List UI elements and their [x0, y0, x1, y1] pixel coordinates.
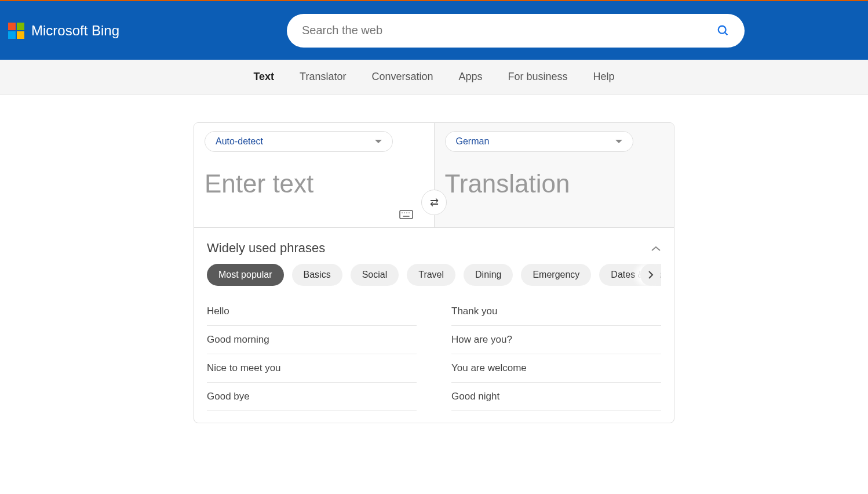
brand-text: Microsoft Bing: [31, 23, 119, 39]
category-emergency[interactable]: Emergency: [521, 264, 591, 286]
phrases-header[interactable]: Widely used phrases: [207, 236, 661, 264]
phrase-item[interactable]: Good night: [451, 383, 661, 411]
swap-icon: ⇄: [430, 196, 439, 209]
source-language-label: Auto-detect: [216, 136, 263, 147]
phrases-title: Widely used phrases: [207, 241, 325, 256]
tab-help[interactable]: Help: [593, 71, 615, 83]
tab-translator[interactable]: Translator: [300, 71, 346, 83]
target-panel: German Translation: [435, 123, 674, 227]
chevron-up-icon: [651, 242, 661, 255]
translator-container: Auto-detect Enter text German Translatio…: [194, 122, 674, 423]
target-text-output: Translation: [445, 152, 664, 198]
swap-languages-button[interactable]: ⇄: [421, 190, 447, 215]
source-text-input[interactable]: Enter text: [205, 152, 424, 198]
svg-rect-2: [400, 210, 413, 219]
categories-scroll-right-button[interactable]: [640, 264, 661, 286]
nav-tabs: TextTranslatorConversationAppsFor busine…: [0, 60, 868, 95]
phrase-item[interactable]: Nice to meet you: [207, 354, 417, 383]
chevron-down-icon: [615, 140, 622, 143]
svg-point-0: [719, 26, 726, 33]
phrase-item[interactable]: Good bye: [207, 383, 417, 411]
tab-apps[interactable]: Apps: [459, 71, 483, 83]
microsoft-logo-icon: [8, 23, 24, 39]
search-input[interactable]: [302, 24, 717, 37]
tab-conversation[interactable]: Conversation: [371, 71, 433, 83]
category-travel[interactable]: Travel: [407, 264, 455, 286]
phrase-item[interactable]: Hello: [207, 297, 417, 326]
header: Microsoft Bing: [0, 0, 868, 60]
target-language-label: German: [456, 136, 490, 147]
source-panel: Auto-detect Enter text: [194, 123, 435, 227]
phrase-grid: HelloThank youGood morningHow are you?Ni…: [207, 287, 661, 423]
logo-area[interactable]: Microsoft Bing: [8, 23, 119, 39]
phrase-item[interactable]: Good morning: [207, 326, 417, 354]
source-language-select[interactable]: Auto-detect: [205, 131, 393, 152]
category-dining[interactable]: Dining: [464, 264, 513, 286]
category-most-popular[interactable]: Most popular: [207, 264, 284, 286]
chevron-down-icon: [375, 140, 382, 143]
phrase-item[interactable]: You are welcome: [451, 354, 661, 383]
category-social[interactable]: Social: [351, 264, 399, 286]
category-basics[interactable]: Basics: [292, 264, 342, 286]
search-wrap: [119, 14, 860, 48]
keyboard-icon[interactable]: [399, 210, 413, 219]
search-icon[interactable]: [717, 24, 730, 37]
tab-text[interactable]: Text: [253, 71, 274, 83]
phrase-item[interactable]: How are you?: [451, 326, 661, 354]
target-language-select[interactable]: German: [445, 131, 633, 152]
phrase-item[interactable]: Thank you: [451, 297, 661, 326]
phrases-section: Widely used phrases Most popularBasicsSo…: [194, 227, 674, 423]
translator-panels: Auto-detect Enter text German Translatio…: [194, 123, 674, 227]
chevron-right-icon: [648, 270, 654, 279]
search-box[interactable]: [287, 14, 745, 48]
svg-line-1: [725, 32, 728, 35]
tab-for-business[interactable]: For business: [508, 71, 568, 83]
category-chips: Most popularBasicsSocialTravelDiningEmer…: [207, 264, 661, 287]
